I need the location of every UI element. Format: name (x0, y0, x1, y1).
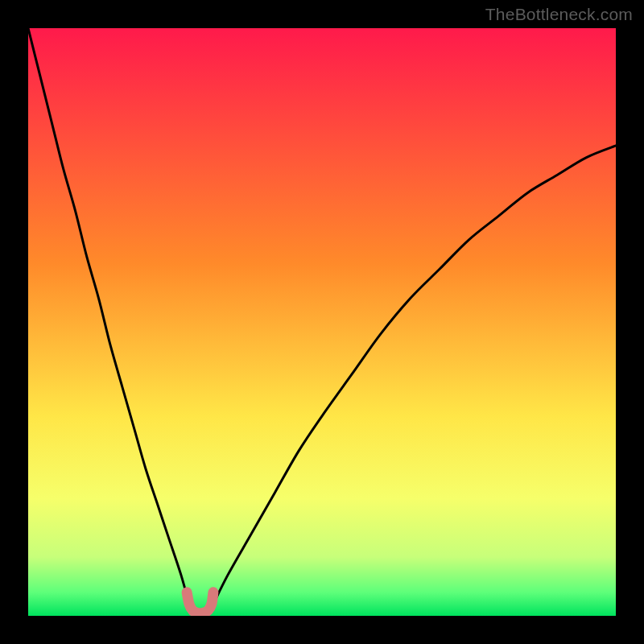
chart-frame: TheBottleneck.com (0, 0, 644, 644)
watermark-label: TheBottleneck.com (485, 5, 633, 24)
bottleneck-chart (28, 28, 616, 616)
chart-background (28, 28, 616, 616)
